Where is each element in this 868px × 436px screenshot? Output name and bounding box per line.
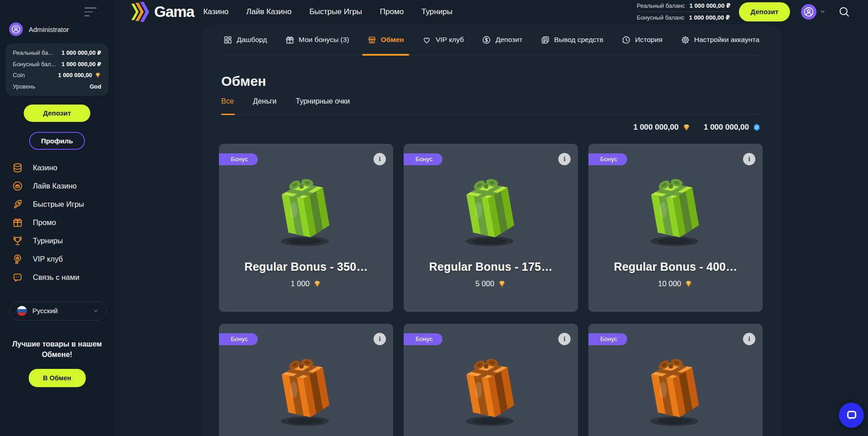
balance-row-level: Уровень God: [13, 83, 101, 90]
brand-logo[interactable]: Gama: [131, 2, 194, 22]
gift-image: [448, 173, 533, 253]
bonus-badge: Бонус: [588, 333, 627, 345]
sidebar-item-label: Турниры: [33, 236, 63, 245]
sidebar-item-label: Промо: [33, 218, 56, 227]
tab-label: Дашборд: [237, 36, 267, 44]
app: Administrator Реальный ба... 1 000 000,0…: [0, 0, 868, 436]
nav-live-casino[interactable]: Лайв Казино: [246, 7, 291, 16]
sidebar-item-tournaments[interactable]: Турниры: [0, 232, 114, 250]
info-icon[interactable]: i: [374, 333, 386, 345]
nav-tournaments[interactable]: Турниры: [421, 7, 452, 16]
filter-money[interactable]: Деньги: [253, 97, 277, 105]
balance-row-coin: Coin 1 000 000,00: [13, 72, 101, 79]
bonus-title: Regular Bonus - 350…: [244, 260, 368, 273]
account-panel: Дашборд Мои бонусы (3): [201, 25, 781, 436]
blue-gem-icon: [752, 123, 761, 132]
sidebar-item-contact[interactable]: Связь с нами: [0, 268, 114, 287]
info-icon[interactable]: i: [743, 333, 755, 345]
gift-image: [264, 173, 348, 253]
bonus-card[interactable]: Бонус i: [219, 324, 393, 436]
bonus-title: Regular Bonus - 400…: [614, 260, 738, 273]
balance-value: 1 000 000,00: [58, 72, 101, 79]
live-casino-icon: [12, 180, 23, 192]
info-icon[interactable]: i: [743, 153, 755, 165]
bonus-grid: Бонус i Regular Bonus - 350… 1 000 Бонус…: [219, 144, 763, 436]
gear-icon: [681, 35, 690, 45]
tab-label: Депозит: [495, 36, 522, 44]
bonus-card[interactable]: Бонус i Regular Bonus - 350… 1 000: [219, 144, 393, 312]
sidebar-promo-heading: Лучшие товары в нашем Обмене!: [8, 339, 106, 360]
vip-icon: [12, 253, 23, 265]
fast-games-icon: [12, 199, 23, 210]
real-balance-value: 1 000 000,00 ₽: [690, 2, 731, 9]
sidebar-collapse-icon[interactable]: [84, 7, 97, 16]
sidebar-item-label: Быстрые Игры: [33, 200, 84, 209]
search-icon[interactable]: [838, 5, 850, 18]
orange-gem-icon: [498, 279, 506, 288]
header-balances: Реальный баланс 1 000 000,00 ₽ Бонусный …: [637, 0, 728, 23]
tab-label: История: [635, 36, 662, 44]
tab-deposit[interactable]: Депозит: [481, 25, 523, 55]
info-icon[interactable]: i: [558, 153, 571, 165]
chat-widget-button[interactable]: [839, 403, 864, 428]
info-icon[interactable]: i: [558, 333, 571, 345]
bonus-badge: Бонус: [219, 153, 258, 165]
promo-icon: [12, 217, 23, 228]
tab-withdraw[interactable]: Вывод средств: [540, 25, 604, 55]
sidebar-item-vip[interactable]: VIP клуб: [0, 250, 114, 268]
filter-tournament-points[interactable]: Турнирные очки: [296, 97, 350, 105]
deposit-coin-icon: [482, 35, 491, 45]
sidebar-balance-card: Реальный ба... 1 000 000,00 ₽ Бонусный б…: [5, 43, 109, 96]
sidebar-item-live-casino[interactable]: Лайв Казино: [0, 177, 114, 195]
deposit-button[interactable]: Депозит: [24, 105, 90, 122]
bonus-card[interactable]: Бонус i Regular Bonus - 175… 5 000: [404, 144, 578, 312]
shop-icon: [367, 35, 377, 45]
wallet-points-value: 1 000 000,00: [704, 123, 749, 132]
tab-my-bonuses[interactable]: Мои бонусы (3): [284, 25, 350, 55]
bonus-card[interactable]: Бонус i: [588, 324, 763, 436]
gift-icon: [285, 35, 295, 45]
gift-image: [633, 173, 718, 253]
tab-history[interactable]: История: [620, 25, 663, 55]
account-tabs: Дашборд Мои бонусы (3): [222, 25, 760, 55]
header-deposit-button[interactable]: Депозит: [739, 2, 790, 21]
header-right: Реальный баланс 1 000 000,00 ₽ Бонусный …: [637, 0, 850, 23]
tab-dashboard[interactable]: Дашборд: [222, 25, 268, 55]
balance-label: Уровень: [13, 83, 35, 90]
tab-account-settings[interactable]: Настройки аккаунта: [680, 25, 760, 55]
profile-button[interactable]: Профиль: [29, 132, 85, 150]
top-header: Gama Казино Лайв Казино Быстрые Игры Про…: [114, 0, 868, 23]
sidebar-item-casino[interactable]: Казино: [0, 159, 114, 177]
sidebar-item-label: VIP клуб: [33, 255, 63, 263]
orange-gem-icon: [313, 279, 322, 288]
filter-all[interactable]: Все: [221, 97, 234, 105]
bonus-price-value: 1 000: [291, 279, 309, 288]
sidebar-item-promo[interactable]: Промо: [0, 214, 114, 232]
user-avatar-icon: [9, 22, 23, 36]
nav-casino[interactable]: Казино: [203, 7, 229, 16]
sidebar-item-fast-games[interactable]: Быстрые Игры: [0, 195, 114, 214]
account-menu[interactable]: [801, 4, 826, 20]
wallet-summary: 1 000 000,00 1 000 000,00: [221, 123, 761, 132]
brand-name: Gama: [154, 3, 194, 21]
balance-value: 1 000 000,00 ₽: [62, 49, 101, 56]
bonus-card[interactable]: Бонус i Regular Bonus - 400… 10 000: [588, 144, 763, 312]
tab-label: Настройки аккаунта: [694, 36, 759, 44]
tab-vip-club[interactable]: VIP клуб: [421, 25, 465, 55]
to-exchange-button[interactable]: В Обмен: [29, 369, 86, 387]
balance-value: God: [89, 83, 101, 90]
nav-promo[interactable]: Промо: [380, 7, 404, 16]
gift-image: [448, 352, 533, 433]
language-selector[interactable]: Русский: [9, 301, 107, 320]
tournaments-icon: [12, 235, 23, 247]
bonus-card[interactable]: Бонус i: [404, 324, 578, 436]
balance-label: Бонусный бал...: [13, 61, 56, 68]
tab-exchange[interactable]: Обмен: [366, 25, 405, 55]
balance-label: Coin: [13, 72, 25, 79]
real-balance-label: Реальный баланс: [637, 2, 685, 9]
info-icon[interactable]: i: [374, 153, 386, 165]
sidebar-user[interactable]: Administrator: [9, 22, 106, 36]
wallet-coins-value: 1 000 000,00: [633, 123, 678, 132]
tab-label: Вывод средств: [554, 36, 603, 44]
nav-fast-games[interactable]: Быстрые Игры: [309, 7, 362, 16]
